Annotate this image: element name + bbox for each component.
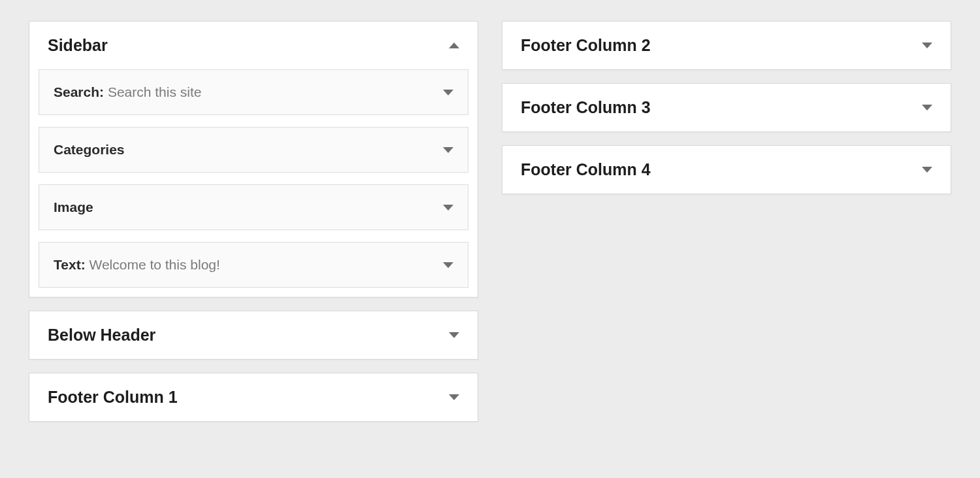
right-column: Footer Column 2 Footer Column 3 Footer C…	[502, 21, 951, 422]
widget-area-sidebar-widgets: Search: Search this site Categories Imag…	[29, 69, 478, 297]
left-column: Sidebar Search: Search this site Categor…	[29, 21, 478, 422]
caret-up-icon	[449, 43, 459, 48]
caret-down-icon	[449, 332, 459, 338]
widget-text[interactable]: Text: Welcome to this blog!	[39, 242, 468, 288]
widget-area-title: Footer Column 3	[521, 98, 651, 117]
widget-label: Categories	[54, 142, 125, 158]
caret-down-icon	[443, 147, 453, 153]
widget-label-colon: :	[81, 257, 90, 272]
caret-down-icon	[443, 205, 453, 211]
widget-area-title: Below Header	[48, 326, 155, 345]
widget-label-wrap: Text: Welcome to this blog!	[54, 257, 220, 273]
widget-label: Search	[54, 84, 99, 99]
widget-label-wrap: Search: Search this site	[54, 84, 201, 100]
widget-area-footer-column-2: Footer Column 2	[502, 21, 951, 70]
widget-area-below-header: Below Header	[29, 311, 478, 360]
widget-area-title: Footer Column 1	[48, 388, 178, 407]
caret-down-icon	[443, 262, 453, 268]
caret-down-icon	[922, 43, 932, 48]
caret-down-icon	[443, 90, 453, 95]
widget-area-title: Footer Column 4	[521, 160, 651, 179]
widget-area-sidebar: Sidebar Search: Search this site Categor…	[29, 21, 478, 298]
widget-area-title: Footer Column 2	[521, 36, 651, 55]
widget-area-footer-column-2-header[interactable]: Footer Column 2	[502, 22, 951, 69]
widget-area-footer-column-1-header[interactable]: Footer Column 1	[29, 373, 478, 421]
widget-area-footer-column-3-header[interactable]: Footer Column 3	[502, 84, 951, 131]
widget-label-colon: :	[99, 84, 108, 99]
widget-area-footer-column-3: Footer Column 3	[502, 83, 951, 132]
widget-label: Text	[54, 257, 81, 272]
widget-search[interactable]: Search: Search this site	[39, 69, 468, 115]
widget-label: Image	[54, 199, 93, 215]
widget-area-below-header-header[interactable]: Below Header	[29, 311, 478, 359]
caret-down-icon	[922, 105, 932, 111]
widget-areas-columns: Sidebar Search: Search this site Categor…	[29, 21, 951, 422]
widget-suffix: Search this site	[108, 84, 202, 99]
widget-area-footer-column-4: Footer Column 4	[502, 145, 951, 194]
caret-down-icon	[449, 394, 459, 400]
widget-image[interactable]: Image	[39, 184, 468, 230]
widget-area-sidebar-header[interactable]: Sidebar	[29, 22, 478, 69]
widget-area-footer-column-1: Footer Column 1	[29, 373, 478, 422]
widget-categories[interactable]: Categories	[39, 127, 468, 173]
widget-area-title: Sidebar	[48, 36, 108, 55]
caret-down-icon	[922, 167, 932, 173]
widget-area-footer-column-4-header[interactable]: Footer Column 4	[502, 146, 951, 194]
widget-suffix: Welcome to this blog!	[89, 257, 220, 272]
